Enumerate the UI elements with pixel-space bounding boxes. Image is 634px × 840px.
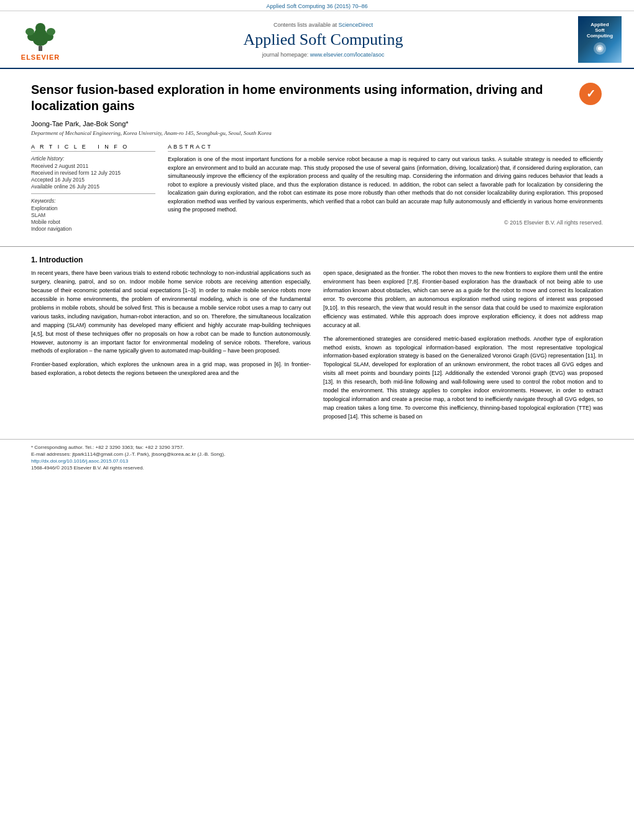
body-two-col: In recent years, there have been various…	[31, 269, 603, 427]
abstract-text: Exploration is one of the most important…	[168, 155, 603, 215]
journal-center: Contents lists available at ScienceDirec…	[68, 22, 578, 58]
body-para-3: open space, designated as the frontier. …	[323, 269, 603, 330]
body-para-4: The aforementioned strategies are consid…	[323, 335, 603, 422]
top-bar: Applied Soft Computing 36 (2015) 70–86	[0, 0, 634, 11]
keyword-3: Mobile robot	[31, 219, 155, 225]
affiliation-line: Department of Mechanical Engineering, Ko…	[31, 130, 603, 136]
abstract-column: ABSTRACT Exploration is one of the most …	[168, 144, 603, 233]
svg-text:✓: ✓	[586, 88, 595, 100]
keyword-4: Indoor navigation	[31, 226, 155, 232]
crossmark-icon: ✓	[578, 81, 603, 106]
received-date-1: Received 2 August 2011	[31, 163, 155, 169]
homepage-line: journal homepage: www.elsevier.com/locat…	[68, 52, 578, 58]
elsevier-logo: ELSEVIER	[12, 18, 68, 61]
logo-line-3: Computing	[587, 33, 613, 39]
article-info-column: A R T I C L E I N F O Article history: R…	[31, 144, 155, 233]
doi-link[interactable]: http://dx.doi.org/10.1016/j.asoc.2015.07…	[31, 458, 603, 464]
article-title: Sensor fusion-based exploration in home …	[31, 81, 566, 114]
info-divider	[31, 193, 155, 194]
accepted-date: Accepted 16 July 2015	[31, 177, 155, 183]
available-date: Available online 26 July 2015	[31, 183, 155, 190]
abstract-label: ABSTRACT	[168, 144, 603, 152]
journal-ref: Applied Soft Computing 36 (2015) 70–86	[266, 3, 367, 9]
logo-graphic-icon	[589, 41, 611, 57]
footnote-star-line: * Corresponding author. Tel.: +82 2 3290…	[31, 445, 603, 450]
article-info-abstract-section: A R T I C L E I N F O Article history: R…	[31, 144, 603, 233]
svg-point-10	[598, 47, 602, 50]
body-col-left: In recent years, there have been various…	[31, 269, 311, 427]
svg-point-3	[35, 23, 45, 33]
body-content: 1. Introduction In recent years, there h…	[0, 247, 634, 439]
journal-title-display: Applied Soft Computing	[68, 30, 578, 49]
authors-line: Joong-Tae Park, Jae-Bok Song*	[31, 120, 603, 127]
svg-point-6	[25, 28, 34, 35]
received-revised-date: Received in revised form 12 July 2015	[31, 170, 155, 176]
journal-header: ELSEVIER Contents lists available at Sci…	[0, 11, 634, 69]
history-label: Article history:	[31, 155, 155, 162]
copyright-line: © 2015 Elsevier B.V. All rights reserved…	[168, 219, 603, 226]
homepage-link[interactable]: www.elsevier.com/locate/asoc	[310, 52, 385, 58]
email-footnote-line: E-mail addresses: jtpark1114@gmail.com (…	[31, 451, 603, 457]
elsevier-tree-icon	[19, 18, 62, 52]
keyword-1: Exploration	[31, 205, 155, 211]
logo-line-2: Soft	[595, 27, 605, 33]
article-info-label: A R T I C L E I N F O	[31, 144, 155, 152]
issn-line: 1568-4946/© 2015 Elsevier B.V. All right…	[31, 465, 603, 471]
logo-line-1: Applied	[590, 22, 609, 27]
journal-logo-box: Applied Soft Computing	[578, 16, 622, 63]
svg-point-7	[47, 28, 55, 35]
article-main: Sensor fusion-based exploration in home …	[0, 69, 634, 247]
body-col-right: open space, designated as the frontier. …	[323, 269, 603, 427]
article-title-section: Sensor fusion-based exploration in home …	[31, 81, 603, 114]
elsevier-label: ELSEVIER	[21, 53, 60, 61]
article-footer: * Corresponding author. Tel.: +82 2 3290…	[0, 439, 634, 473]
body-para-1: In recent years, there have been various…	[31, 269, 311, 356]
sciencedirect-link[interactable]: ScienceDirect	[339, 22, 374, 28]
svg-rect-0	[39, 46, 42, 51]
keyword-2: SLAM	[31, 212, 155, 218]
section-1-heading: 1. Introduction	[31, 256, 603, 264]
keywords-label: Keywords:	[31, 198, 155, 204]
contents-line: Contents lists available at ScienceDirec…	[68, 22, 578, 28]
body-para-2: Frontier-based exploration, which explor…	[31, 361, 311, 378]
